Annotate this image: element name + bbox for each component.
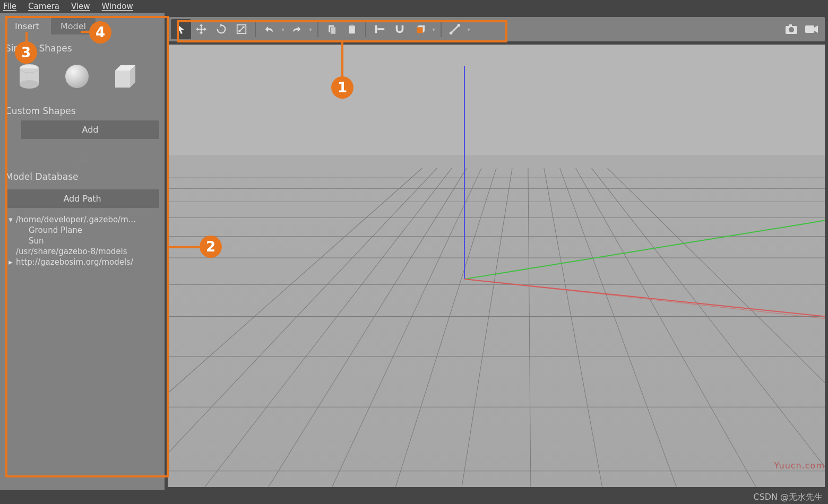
translate-tool[interactable] bbox=[191, 19, 211, 39]
joint-tool[interactable] bbox=[445, 19, 465, 39]
scale-tool[interactable] bbox=[231, 19, 252, 39]
joint-dropdown[interactable]: ▾ bbox=[465, 27, 472, 32]
svg-line-29 bbox=[462, 168, 512, 487]
svg-line-47 bbox=[464, 279, 825, 318]
divider-dots: ······ bbox=[5, 157, 159, 163]
svg-line-16 bbox=[451, 25, 459, 33]
menu-file[interactable]: File bbox=[3, 2, 16, 11]
svg-line-27 bbox=[332, 168, 482, 487]
simple-shapes-row bbox=[5, 58, 159, 101]
screenshot-button[interactable] bbox=[781, 19, 801, 39]
chevron-down-icon: ▾ bbox=[5, 215, 16, 224]
view-tool[interactable] bbox=[410, 19, 430, 39]
svg-point-18 bbox=[458, 24, 461, 27]
tree-item-path-usr[interactable]: /usr/share/gazebo-8/models bbox=[5, 246, 159, 257]
add-button[interactable]: Add bbox=[21, 120, 159, 139]
svg-rect-22 bbox=[805, 25, 814, 33]
undo-dropdown[interactable]: ▾ bbox=[279, 27, 287, 32]
model-database-label: Model Database bbox=[5, 171, 159, 182]
custom-shapes-label: Custom Shapes bbox=[5, 106, 159, 116]
left-panel: Insert Model Simple Shapes bbox=[0, 13, 165, 490]
menu-window[interactable]: Window bbox=[102, 2, 133, 11]
rotate-tool[interactable] bbox=[211, 19, 231, 39]
menu-bar: File Camera View Window bbox=[0, 0, 828, 13]
svg-rect-15 bbox=[417, 27, 423, 33]
menu-camera[interactable]: Camera bbox=[28, 2, 59, 11]
cylinder-icon[interactable] bbox=[15, 62, 44, 91]
select-tool[interactable] bbox=[171, 19, 191, 39]
add-path-button[interactable]: Add Path bbox=[5, 189, 159, 208]
redo-dropdown[interactable]: ▾ bbox=[307, 27, 314, 32]
svg-point-2 bbox=[20, 80, 39, 89]
view-dropdown[interactable]: ▾ bbox=[430, 27, 437, 32]
tree-item-sun[interactable]: Sun bbox=[5, 236, 159, 246]
svg-point-17 bbox=[450, 32, 453, 35]
toolbar-separator bbox=[441, 21, 442, 37]
svg-line-24 bbox=[168, 168, 437, 487]
svg-line-28 bbox=[395, 168, 496, 487]
svg-rect-12 bbox=[351, 25, 353, 27]
svg-rect-21 bbox=[789, 24, 792, 27]
sphere-icon[interactable] bbox=[63, 62, 91, 91]
model-tree: ▾ /home/developer/.gazebo/m... Ground Pl… bbox=[5, 214, 159, 267]
y-axis bbox=[464, 221, 825, 280]
svg-line-26 bbox=[269, 168, 467, 487]
toolbar-separator bbox=[317, 21, 318, 37]
tab-bar: Insert Model bbox=[5, 18, 159, 34]
paste-button[interactable] bbox=[342, 19, 362, 39]
copy-button[interactable] bbox=[322, 19, 342, 39]
svg-rect-10 bbox=[331, 27, 336, 34]
viewport-3d[interactable] bbox=[168, 45, 825, 487]
svg-line-30 bbox=[528, 168, 531, 487]
undo-button[interactable] bbox=[259, 19, 279, 39]
tree-item-ground-plane[interactable]: Ground Plane bbox=[5, 225, 159, 236]
tab-model[interactable]: Model bbox=[51, 18, 96, 34]
menu-view[interactable]: View bbox=[71, 2, 90, 11]
svg-point-4 bbox=[65, 65, 89, 88]
redo-button[interactable] bbox=[287, 19, 307, 39]
simple-shapes-label: Simple Shapes bbox=[5, 43, 159, 54]
svg-line-33 bbox=[576, 168, 756, 487]
svg-point-20 bbox=[789, 27, 794, 32]
svg-line-23 bbox=[168, 168, 422, 487]
svg-line-32 bbox=[560, 168, 677, 487]
svg-rect-11 bbox=[349, 25, 355, 33]
status-text: CSDN @无水先生 bbox=[753, 492, 823, 503]
svg-line-31 bbox=[544, 168, 602, 487]
svg-marker-5 bbox=[115, 71, 130, 88]
snap-tool[interactable] bbox=[390, 19, 410, 39]
svg-rect-13 bbox=[375, 25, 377, 33]
toolbar: ▾ ▾ ▾ bbox=[168, 17, 825, 41]
tab-insert[interactable]: Insert bbox=[5, 18, 49, 34]
tree-item-path-home[interactable]: ▾ /home/developer/.gazebo/m... bbox=[5, 214, 159, 225]
status-bar: CSDN @无水先生 bbox=[0, 490, 828, 504]
record-button[interactable] bbox=[801, 19, 822, 39]
box-icon[interactable] bbox=[110, 62, 139, 91]
chevron-right-icon: ▸ bbox=[5, 257, 16, 267]
toolbar-separator bbox=[255, 21, 256, 37]
svg-rect-14 bbox=[377, 28, 384, 30]
align-tool[interactable] bbox=[369, 19, 390, 39]
svg-line-34 bbox=[592, 168, 825, 487]
toolbar-separator bbox=[365, 21, 366, 37]
viewport-column: ▾ ▾ ▾ bbox=[165, 13, 828, 490]
tree-item-path-web[interactable]: ▸ http://gazebosim.org/models/ bbox=[5, 257, 159, 267]
